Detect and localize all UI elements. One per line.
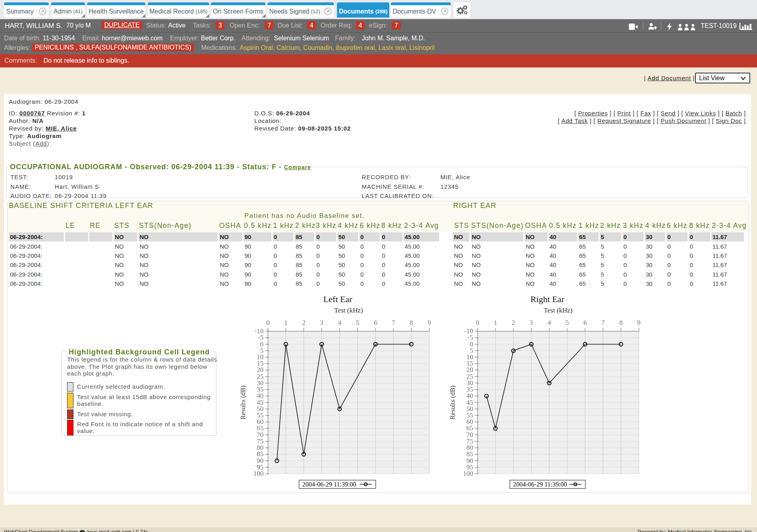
svg-text:3: 3 bbox=[320, 319, 323, 326]
svg-text:7: 7 bbox=[392, 319, 395, 326]
svg-text:9: 9 bbox=[637, 319, 641, 326]
svg-text:6: 6 bbox=[583, 319, 587, 326]
svg-text:0: 0 bbox=[476, 319, 480, 326]
svg-text:8: 8 bbox=[410, 319, 413, 326]
svg-text:5: 5 bbox=[356, 319, 359, 326]
svg-text:7: 7 bbox=[601, 319, 605, 326]
svg-text:Test (kHz): Test (kHz) bbox=[544, 307, 573, 314]
svg-text:Results (dB): Results (dB) bbox=[449, 386, 456, 419]
svg-text:2004-06-29 11:39:00: 2004-06-29 11:39:00 bbox=[513, 481, 567, 488]
svg-text:0: 0 bbox=[266, 319, 270, 326]
svg-text:2004-06-29 11:39:00: 2004-06-29 11:39:00 bbox=[302, 481, 356, 488]
svg-text:1: 1 bbox=[494, 319, 497, 326]
svg-text:Results (dB): Results (dB) bbox=[239, 386, 247, 419]
svg-text:6: 6 bbox=[374, 319, 377, 326]
svg-text:100: 100 bbox=[463, 470, 474, 477]
svg-text:1: 1 bbox=[284, 319, 288, 326]
svg-text:Right Ear: Right Ear bbox=[531, 295, 565, 304]
svg-text:2: 2 bbox=[302, 319, 306, 326]
svg-text:100: 100 bbox=[254, 470, 264, 477]
svg-text:5: 5 bbox=[565, 319, 569, 326]
svg-text:4: 4 bbox=[547, 319, 551, 326]
svg-text:2: 2 bbox=[512, 319, 515, 326]
svg-text:Left Ear: Left Ear bbox=[323, 295, 353, 304]
svg-text:9: 9 bbox=[428, 319, 431, 326]
svg-text:3: 3 bbox=[529, 319, 533, 326]
svg-text:Test (kHz): Test (kHz) bbox=[334, 307, 363, 314]
svg-text:4: 4 bbox=[338, 319, 341, 326]
svg-text:8: 8 bbox=[619, 319, 623, 326]
